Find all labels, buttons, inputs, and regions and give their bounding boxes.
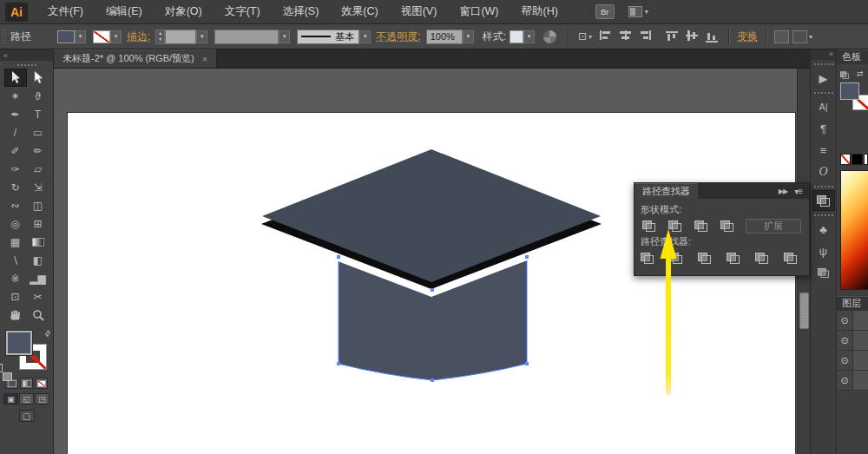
pathfinder-titlebar[interactable]: 路径查找器 ▶▶ ▾≡ xyxy=(635,183,809,199)
draw-behind-button[interactable]: ◱ xyxy=(19,393,34,405)
stroke-style-control[interactable]: 基本 ▾ xyxy=(297,30,371,44)
paragraph-panel-icon[interactable]: ¶ xyxy=(812,118,835,139)
pathfinder-panel-icon[interactable] xyxy=(812,190,835,211)
visibility-eye-icon[interactable]: ⊙ xyxy=(837,311,853,330)
hand-tool[interactable] xyxy=(4,306,27,324)
menu-view[interactable]: 视图(V) xyxy=(390,0,449,23)
paintbrush-tool[interactable]: ✐ xyxy=(4,141,27,160)
perspective-grid-tool[interactable]: ⊞ xyxy=(27,214,49,233)
crop-button[interactable] xyxy=(727,251,740,265)
panel-menu-icon[interactable]: ▾≡ xyxy=(794,187,802,196)
lasso-tool[interactable]: ϑ xyxy=(27,87,49,105)
blend-tool[interactable]: ◧ xyxy=(27,251,49,269)
pen-tool[interactable]: ✒ xyxy=(4,105,27,123)
workspace-switcher[interactable]: ▾ xyxy=(628,6,648,17)
scrollbar-thumb[interactable] xyxy=(799,293,809,329)
white-swatch[interactable] xyxy=(864,154,868,165)
line-segment-tool[interactable]: / xyxy=(4,123,27,141)
expand-button[interactable]: 扩展 xyxy=(746,219,801,234)
panel-grip[interactable] xyxy=(814,63,833,65)
menu-effect[interactable]: 效果(C) xyxy=(330,0,389,23)
opacity-field[interactable]: 100% xyxy=(426,30,463,44)
direct-selection-tool[interactable] xyxy=(27,69,49,87)
chevron-down-icon[interactable]: ▾ xyxy=(523,30,535,43)
align-horizontal-center-button[interactable] xyxy=(617,30,634,44)
style-swatch[interactable] xyxy=(510,30,523,43)
recolor-artwork-icon[interactable] xyxy=(543,30,556,43)
visibility-eye-icon[interactable]: ⊙ xyxy=(837,331,853,350)
collapse-icon[interactable]: ▶▶ xyxy=(779,188,787,195)
menu-type[interactable]: 文字(T) xyxy=(214,0,272,23)
bridge-button[interactable]: Br xyxy=(595,4,615,19)
align-vertical-bottom-button[interactable] xyxy=(704,30,720,44)
scale-tool[interactable]: ⇲ xyxy=(27,178,49,196)
style-swatch-control[interactable]: ▾ xyxy=(510,30,535,43)
menu-file[interactable]: 文件(F) xyxy=(36,0,95,23)
magic-wand-tool[interactable]: ✶ xyxy=(4,87,27,105)
layer-row[interactable]: ⊙ xyxy=(837,371,868,391)
gradient-tool[interactable] xyxy=(27,233,49,251)
document-tab[interactable]: 未标题-2* @ 100% (RGB/预览) × xyxy=(54,49,217,68)
align-vertical-top-button[interactable] xyxy=(664,30,681,44)
isolate-selection-icon[interactable] xyxy=(774,30,789,43)
swatches-panel-tab[interactable]: 色板 xyxy=(837,49,868,64)
align-panel-icon[interactable]: ≡ xyxy=(812,140,835,161)
free-transform-tool[interactable]: ◫ xyxy=(27,196,49,214)
outline-button[interactable] xyxy=(755,251,768,265)
merge-button[interactable] xyxy=(698,251,711,265)
none-mode-button[interactable] xyxy=(35,378,48,389)
chevron-down-icon[interactable]: ▾ xyxy=(110,30,122,43)
menu-window[interactable]: 窗口(W) xyxy=(448,0,510,23)
tools-panel-header[interactable]: « xyxy=(0,49,53,61)
panel-grip[interactable] xyxy=(17,64,36,66)
transform-panel-icon[interactable] xyxy=(812,262,835,283)
stroke-panel-link[interactable]: 描边: xyxy=(127,30,150,44)
close-icon[interactable]: × xyxy=(202,54,207,64)
opacity-panel-link[interactable]: 不透明度: xyxy=(376,30,420,44)
blob-brush-tool[interactable]: ✑ xyxy=(4,160,27,178)
chevron-down-icon[interactable]: ▾ xyxy=(463,30,474,43)
fill-stroke-control[interactable]: ⇄ xyxy=(3,329,51,374)
menu-help[interactable]: 帮助(H) xyxy=(510,0,569,23)
column-graph-tool[interactable]: ▂▆ xyxy=(27,269,49,287)
collapse-icon[interactable]: « xyxy=(3,51,8,60)
mesh-tool[interactable]: ▦ xyxy=(4,233,27,251)
draw-normal-button[interactable]: ▣ xyxy=(3,393,18,405)
align-horizontal-left-button[interactable] xyxy=(597,30,614,44)
chevron-down-icon[interactable]: ▾ xyxy=(75,30,86,43)
fill-proxy-swatch[interactable] xyxy=(6,331,32,355)
panel-grip[interactable] xyxy=(814,214,833,216)
color-spectrum[interactable] xyxy=(840,170,868,290)
layer-row[interactable]: ⊙ xyxy=(837,311,868,331)
opentype-panel-icon[interactable]: O xyxy=(812,161,835,182)
visibility-eye-icon[interactable]: ⊙ xyxy=(837,371,853,390)
swap-fill-stroke-icon[interactable]: ⇄ xyxy=(43,328,53,339)
stroke-style-field[interactable]: 基本 xyxy=(297,30,359,44)
align-horizontal-right-button[interactable] xyxy=(637,30,654,44)
fill-swatch[interactable] xyxy=(57,30,75,43)
layer-row[interactable]: ⊙ xyxy=(837,351,868,371)
stepper-icon[interactable]: ▴▾ xyxy=(155,30,165,44)
artboard-tool[interactable]: ⊡ xyxy=(4,287,27,306)
intersect-button[interactable] xyxy=(694,220,709,234)
panel-grip[interactable] xyxy=(814,92,833,94)
eraser-tool[interactable]: ▱ xyxy=(27,160,49,178)
align-to-control[interactable]: ⊡ ▾ xyxy=(578,30,592,43)
menu-select[interactable]: 选择(S) xyxy=(272,0,331,23)
panel-grip[interactable] xyxy=(2,29,6,44)
panel-grip[interactable] xyxy=(814,186,833,188)
swap-icon[interactable]: ⇄ xyxy=(857,69,864,78)
opacity-control[interactable]: 100% ▾ xyxy=(426,30,474,44)
align-to-icon[interactable]: ⊡ xyxy=(578,30,587,43)
symbol-sprayer-tool[interactable]: ※ xyxy=(4,269,27,287)
shape-builder-tool[interactable]: ◎ xyxy=(4,214,27,233)
rotate-tool[interactable]: ↻ xyxy=(4,178,27,196)
visibility-eye-icon[interactable]: ⊙ xyxy=(837,351,853,370)
stroke-none-swatch[interactable] xyxy=(93,30,110,43)
zoom-tool[interactable] xyxy=(27,306,49,324)
chevron-down-icon[interactable]: ▾ xyxy=(809,33,812,41)
expand-panels-icon[interactable]: « xyxy=(829,49,833,58)
stroke-weight-field[interactable] xyxy=(165,30,196,44)
fill-swatch[interactable] xyxy=(840,82,859,100)
width-tool[interactable]: ∾ xyxy=(4,196,27,214)
